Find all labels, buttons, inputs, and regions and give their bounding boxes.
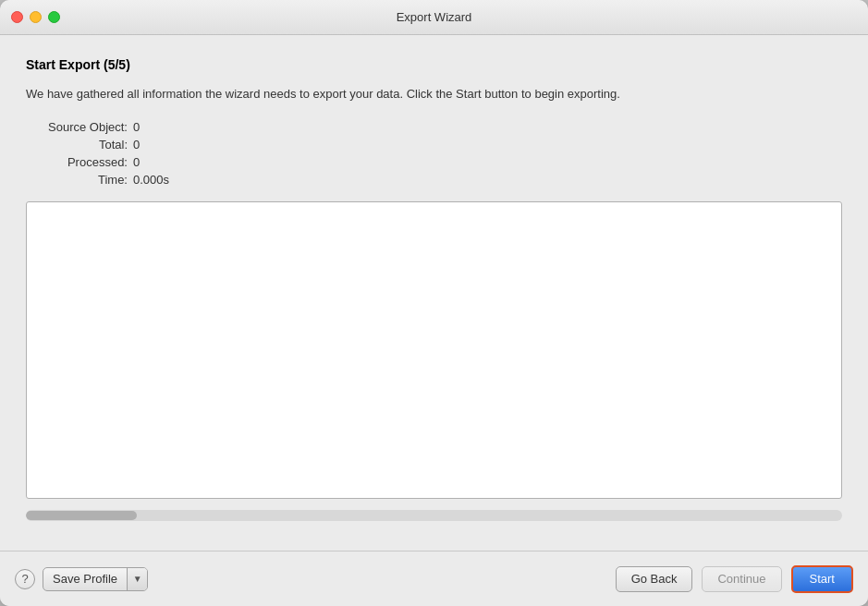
scrollbar-thumb[interactable]	[26, 511, 137, 520]
start-button[interactable]: Start	[791, 565, 853, 593]
minimize-button[interactable]	[30, 11, 42, 23]
go-back-button[interactable]: Go Back	[616, 566, 693, 592]
window-title: Export Wizard	[397, 10, 472, 24]
total-value: 0	[133, 138, 842, 152]
time-value: 0.000s	[133, 173, 842, 187]
description-text: We have gathered all information the wiz…	[26, 85, 842, 103]
save-profile-arrow-icon[interactable]: ▼	[127, 567, 147, 591]
time-label: Time:	[26, 173, 128, 187]
save-profile-button[interactable]: Save Profile ▼	[43, 567, 148, 591]
save-profile-label: Save Profile	[43, 568, 127, 590]
source-object-value: 0	[133, 120, 842, 134]
processed-label: Processed:	[26, 155, 128, 169]
traffic-lights	[11, 11, 60, 23]
footer: ? Save Profile ▼ Go Back Continue Start	[0, 551, 868, 606]
section-title: Start Export (5/5)	[26, 57, 842, 72]
continue-button: Continue	[702, 566, 781, 592]
footer-left: ? Save Profile ▼	[15, 567, 148, 591]
main-content: Start Export (5/5) We have gathered all …	[0, 35, 868, 551]
title-bar: Export Wizard	[0, 0, 868, 35]
source-object-label: Source Object:	[26, 120, 128, 134]
total-label: Total:	[26, 138, 128, 152]
close-button[interactable]	[11, 11, 23, 23]
scrollbar-track[interactable]	[26, 510, 842, 521]
maximize-button[interactable]	[48, 11, 60, 23]
app-window: Export Wizard Start Export (5/5) We have…	[0, 0, 868, 606]
footer-right: Go Back Continue Start	[616, 565, 853, 593]
log-area[interactable]	[26, 201, 842, 500]
info-grid: Source Object: 0 Total: 0 Processed: 0 T…	[26, 120, 842, 187]
help-button[interactable]: ?	[15, 569, 35, 589]
processed-value: 0	[133, 155, 842, 169]
